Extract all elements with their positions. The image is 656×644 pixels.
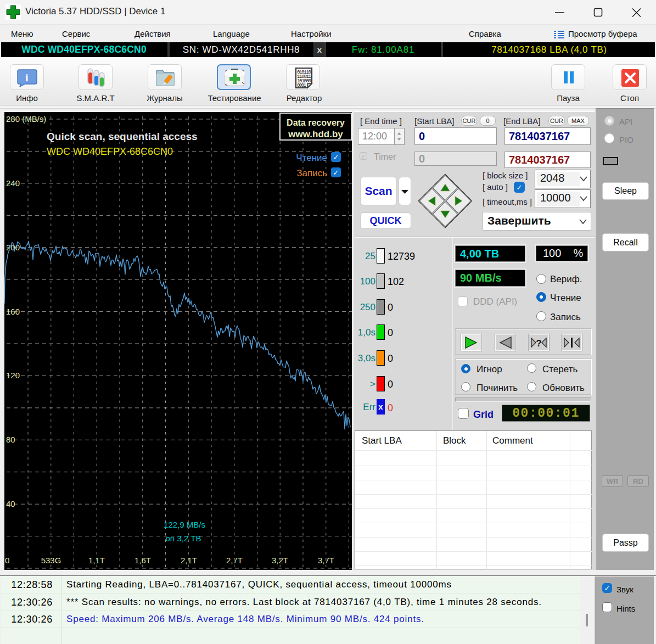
- svg-text:160: 160: [6, 307, 20, 316]
- svg-text:122,9 MB/s: 122,9 MB/s: [164, 520, 205, 529]
- svg-text:3,7T: 3,7T: [318, 556, 334, 565]
- svg-text:✓: ✓: [333, 169, 339, 177]
- svg-text:3,2T: 3,2T: [272, 556, 288, 565]
- svg-text:80: 80: [6, 435, 15, 444]
- svg-text:WDC WD40EFPX-68C6CN0: WDC WD40EFPX-68C6CN0: [47, 146, 173, 157]
- svg-text:www.hdd.by: www.hdd.by: [288, 129, 343, 139]
- svg-text:120: 120: [6, 371, 20, 380]
- svg-text:2,1T: 2,1T: [181, 556, 197, 565]
- svg-text:Quick scan, sequential access: Quick scan, sequential access: [47, 131, 198, 142]
- svg-text:280 (MB/s): 280 (MB/s): [6, 114, 46, 124]
- svg-text:0: 0: [5, 556, 9, 565]
- svg-text:240: 240: [6, 178, 20, 188]
- svg-text:✓: ✓: [333, 153, 339, 161]
- svg-text:0001: 0001: [297, 83, 306, 88]
- svg-text:Запись: Запись: [296, 168, 327, 178]
- svg-text:533G: 533G: [41, 556, 61, 565]
- svg-text:?: ?: [536, 338, 541, 349]
- svg-text:on 3,2 ТВ: on 3,2 ТВ: [165, 534, 201, 543]
- svg-text:1,1T: 1,1T: [88, 556, 105, 565]
- svg-text:40: 40: [6, 499, 15, 508]
- svg-text:i: i: [25, 72, 28, 83]
- svg-text:Data recovery: Data recovery: [287, 118, 345, 127]
- svg-text:1,6T: 1,6T: [134, 556, 151, 565]
- svg-text:2,7T: 2,7T: [226, 556, 243, 565]
- svg-text:Чтение: Чтение: [296, 153, 327, 163]
